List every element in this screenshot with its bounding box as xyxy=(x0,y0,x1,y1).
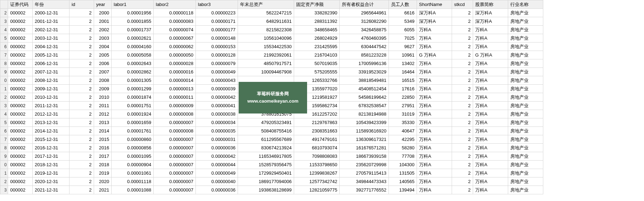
cell[interactable]: 2012 xyxy=(94,110,112,118)
cell[interactable]: 5622247215 xyxy=(238,9,294,17)
cell[interactable]: 0.00000079 xyxy=(196,59,238,68)
column-header[interactable]: ShortName xyxy=(417,0,452,9)
cell[interactable]: 8581223228 xyxy=(340,51,389,59)
cell[interactable]: 270579115413 xyxy=(340,169,389,177)
cell[interactable]: 0.00000860 xyxy=(112,135,154,144)
cell[interactable]: 0.00000049 xyxy=(196,68,238,76)
cell[interactable]: 万科A xyxy=(417,76,452,85)
cell[interactable]: 0.00000031 xyxy=(196,135,238,144)
cell[interactable]: 2 xyxy=(452,59,473,68)
column-header[interactable]: labor1 xyxy=(112,0,154,9)
cell[interactable]: 0.00000856 xyxy=(112,144,154,152)
cell[interactable]: 2 xyxy=(452,34,473,43)
cell[interactable]: 万科A xyxy=(417,110,452,118)
cell[interactable]: 0.00002621 xyxy=(112,34,154,43)
cell[interactable]: 000002 xyxy=(8,186,33,194)
cell[interactable]: 1869177094006 xyxy=(238,177,294,186)
cell[interactable]: 2020 xyxy=(94,177,112,186)
row-number[interactable]: 7 xyxy=(0,51,8,59)
row-number[interactable]: 8 xyxy=(0,59,8,68)
cell[interactable]: 2 xyxy=(452,17,473,26)
cell[interactable]: 万科A xyxy=(473,68,508,76)
column-header[interactable]: labor2 xyxy=(154,0,196,9)
cell[interactable]: 万科A xyxy=(417,93,452,102)
cell[interactable]: 0.00001659 xyxy=(112,118,154,127)
cell[interactable]: 2019-12-31 xyxy=(33,169,69,177)
cell[interactable]: 0.00000038 xyxy=(196,110,238,118)
cell[interactable]: 2013 xyxy=(94,118,112,127)
cell[interactable]: 2 xyxy=(69,161,94,169)
cell[interactable]: 000002 xyxy=(8,152,33,161)
cell[interactable]: 2021 xyxy=(94,186,112,194)
cell[interactable]: 0.00000013 xyxy=(154,85,196,93)
cell[interactable]: 54586199642 xyxy=(340,93,389,102)
row-number[interactable]: 3 xyxy=(0,186,8,194)
cell[interactable]: 2 xyxy=(69,177,94,186)
cell[interactable]: 2008 xyxy=(94,76,112,85)
cell[interactable]: 2 xyxy=(69,85,94,93)
cell[interactable]: 万科A xyxy=(417,186,452,194)
cell[interactable]: 0.00000014 xyxy=(154,76,196,85)
cell[interactable]: 2 xyxy=(69,144,94,152)
cell[interactable]: 2 xyxy=(69,17,94,26)
cell[interactable]: 万科A xyxy=(417,177,452,186)
cell[interactable]: 0.00000128 xyxy=(196,51,238,59)
cell[interactable]: 45408512454 xyxy=(340,85,389,93)
cell[interactable]: 2 xyxy=(69,186,94,194)
cell[interactable]: 479205323491 xyxy=(238,118,294,127)
row-number[interactable]: 6 xyxy=(0,127,8,135)
cell[interactable]: 0.00002643 xyxy=(112,59,154,68)
cell[interactable]: 48507917571 xyxy=(238,59,294,68)
cell[interactable]: 611295567689 xyxy=(238,135,294,144)
cell[interactable]: 17005996136 xyxy=(340,59,389,68)
cell[interactable]: 0.00000148 xyxy=(196,34,238,43)
cell[interactable]: 房地产业 xyxy=(508,17,543,26)
cell[interactable]: 万科A xyxy=(473,34,508,43)
cell[interactable]: 0.00000008 xyxy=(154,110,196,118)
cell[interactable]: 42295 xyxy=(389,135,417,144)
cell[interactable]: 2017-12-31 xyxy=(33,152,69,161)
cell[interactable]: 7025 xyxy=(389,34,417,43)
cell[interactable]: 000002 xyxy=(8,68,33,76)
row-number[interactable]: 7 xyxy=(0,135,8,144)
cell[interactable]: 35330 xyxy=(389,118,417,127)
cell[interactable]: 2 xyxy=(452,43,473,51)
cell[interactable]: 38818549481 xyxy=(340,76,389,85)
cell[interactable]: 房地产业 xyxy=(508,177,543,186)
cell[interactable]: 0.00002862 xyxy=(112,68,154,76)
cell[interactable]: 6304447542 xyxy=(340,43,389,51)
cell[interactable]: 深万科A xyxy=(473,9,508,17)
cell[interactable]: 2129767863 xyxy=(294,118,340,127)
cell[interactable]: 0.00000044 xyxy=(196,161,238,169)
cell[interactable]: 161676571281 xyxy=(340,144,389,152)
row-number[interactable]: 0 xyxy=(0,76,8,85)
cell[interactable]: 13402 xyxy=(389,59,417,68)
cell[interactable]: 12399838267 xyxy=(294,169,340,177)
cell[interactable]: 房地产业 xyxy=(508,59,543,68)
cell[interactable]: 万科A xyxy=(473,161,508,169)
cell[interactable]: 2 xyxy=(69,93,94,102)
cell[interactable]: 2008-12-31 xyxy=(33,76,69,85)
cell[interactable]: 房地产业 xyxy=(508,110,543,118)
cell[interactable]: 0.00000042 xyxy=(196,152,238,161)
cell[interactable]: 0.00000007 xyxy=(154,186,196,194)
cell[interactable]: 0.00001118 xyxy=(112,177,154,186)
cell[interactable]: 288311392 xyxy=(294,17,340,26)
row-number[interactable]: 6 xyxy=(0,43,8,51)
cell[interactable]: 万科A xyxy=(473,102,508,110)
cell[interactable]: 6616 xyxy=(389,9,417,17)
cell[interactable]: 2 xyxy=(69,34,94,43)
cell[interactable]: 2965644961 xyxy=(340,9,389,17)
cell[interactable]: 104300 xyxy=(389,161,417,169)
cell[interactable]: 0.00000036 xyxy=(196,144,238,152)
column-header[interactable]: 员工人数 xyxy=(389,0,417,9)
row-number[interactable]: 1 xyxy=(0,169,8,177)
cell[interactable]: 2 xyxy=(69,9,94,17)
cell[interactable]: 0.00000007 xyxy=(154,135,196,144)
row-number[interactable]: 4 xyxy=(0,26,8,34)
cell[interactable]: 万科A xyxy=(417,144,452,152)
cell[interactable]: 0.00001751 xyxy=(112,102,154,110)
cell[interactable]: 2 xyxy=(452,76,473,85)
cell[interactable]: 2 xyxy=(452,144,473,152)
cell[interactable]: 万科A xyxy=(473,26,508,34)
